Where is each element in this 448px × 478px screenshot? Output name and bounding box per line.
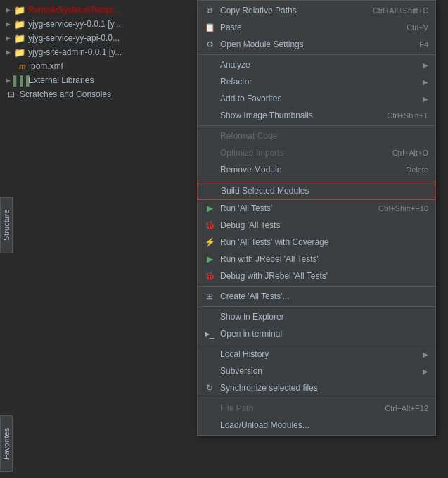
menu-item-file-path: File Path Ctrl+Alt+F12 [198, 400, 435, 417]
debug-icon: 🐞 [203, 219, 216, 232]
sidebar-item-label: yjyg-site-admin-0.0.1 [y... [28, 47, 122, 57]
menu-item-optimize-imports: Optimize Imports Ctrl+Alt+O [198, 144, 435, 161]
file-icon: m [17, 61, 28, 72]
menu-item-refactor[interactable]: Refactor ▶ [198, 73, 435, 90]
submenu-arrow-icon: ▶ [423, 367, 428, 375]
menu-item-run-with-coverage[interactable]: ⚡ Run 'All Tests' with Coverage [198, 234, 435, 251]
menu-item-show-in-explorer[interactable]: Show in Explorer [198, 308, 435, 325]
refactor-icon [203, 75, 216, 88]
folder-icon: 📁 [14, 46, 25, 58]
menu-item-add-to-favorites[interactable]: Add to Favorites ▶ [198, 90, 435, 107]
lib-icon: ▐▐▐ [14, 75, 25, 86]
menu-item-paste[interactable]: 📋 Paste Ctrl+V [198, 19, 435, 36]
menu-item-label: Build Selected Modules [221, 186, 428, 196]
sidebar-item-label: External Libraries [28, 75, 94, 85]
sidebar-item-label: pom.xml [31, 61, 63, 71]
submenu-arrow-icon: ▶ [423, 61, 428, 69]
menu-item-label: Debug with JRebel 'All Tests' [220, 271, 428, 281]
submenu-arrow-icon: ▶ [423, 351, 428, 358]
create-icon: ⊞ [203, 290, 216, 303]
menu-item-create-all-tests[interactable]: ⊞ Create 'All Tests'... [198, 288, 435, 305]
thumbnail-icon [203, 109, 216, 122]
favorites-icon [203, 92, 216, 105]
sidebar-item-label: RemoteSystemsTempr... [28, 5, 120, 15]
history-icon [203, 348, 216, 360]
menu-item-label: Add to Favorites [220, 94, 417, 103]
sidebar-item-yjyg-service-yy[interactable]: ▶ 📁 yjyg-service-yy-0.0.1 [y... [0, 17, 188, 31]
sidebar-item-remote-systems[interactable]: ▶ 📁 RemoteSystemsTempr... [0, 3, 188, 17]
reformat-icon [203, 130, 216, 142]
menu-item-label: Show in Explorer [220, 312, 428, 322]
menu-item-label: Run 'All Tests' [220, 203, 364, 213]
submenu-arrow-icon: ▶ [423, 95, 428, 103]
explorer-icon [203, 310, 216, 323]
menu-item-shortcut: Ctrl+Shift+T [387, 111, 428, 120]
side-tab-structure[interactable]: Structure [0, 197, 13, 253]
settings-icon: ⚙ [203, 38, 216, 51]
menu-item-run-all-tests[interactable]: ▶ Run 'All Tests' Ctrl+Shift+F10 [198, 200, 435, 217]
menu-item-label: Load/Unload Modules... [220, 420, 428, 430]
menu-item-shortcut: Ctrl+Shift+F10 [378, 204, 428, 213]
sidebar-item-pom-xml[interactable]: m pom.xml [0, 59, 188, 73]
sidebar-item-external-libraries[interactable]: ▶ ▐▐▐ External Libraries [0, 73, 188, 87]
menu-item-shortcut: Ctrl+V [407, 23, 428, 32]
menu-item-debug-all-tests[interactable]: 🐞 Debug 'All Tests' [198, 217, 435, 234]
arrow-icon: ▶ [6, 34, 13, 42]
menu-item-copy-relative-paths[interactable]: ⧉ Copy Relative Paths Ctrl+Alt+Shift+C [198, 2, 435, 19]
optimize-icon [203, 146, 216, 159]
menu-item-label: Run 'All Tests' with Coverage [220, 237, 428, 247]
context-menu: ⧉ Copy Relative Paths Ctrl+Alt+Shift+C 📋… [197, 0, 436, 436]
menu-item-build-selected-modules[interactable]: Build Selected Modules [198, 182, 435, 200]
remove-icon [203, 163, 216, 176]
copy-icon: ⧉ [203, 4, 216, 17]
build-icon [204, 184, 217, 197]
sidebar-item-yjyg-service-yy-api[interactable]: ▶ 📁 yjyg-service-yy-api-0.0... [0, 31, 188, 45]
menu-item-label: File Path [220, 403, 371, 413]
sidebar-item-label: yjyg-service-yy-api-0.0... [28, 33, 120, 43]
menu-divider [198, 286, 435, 287]
structure-tab-label: Structure [2, 210, 11, 241]
arrow-icon: ▶ [6, 6, 13, 13]
menu-item-label: Refactor [220, 77, 417, 87]
jrebel-run-icon: ▶ [203, 253, 216, 265]
sidebar: ▶ 📁 RemoteSystemsTempr... ▶ 📁 yjyg-servi… [0, 0, 188, 478]
submenu-arrow-icon: ▶ [423, 78, 428, 86]
menu-item-run-with-jrebel[interactable]: ▶ Run with JRebel 'All Tests' [198, 251, 435, 268]
menu-divider [198, 180, 435, 180]
menu-item-subversion[interactable]: Subversion ▶ [198, 363, 435, 379]
folder-icon: 📁 [14, 18, 25, 30]
analyze-icon [203, 58, 216, 71]
sidebar-item-scratches[interactable]: ⊡ Scratches and Consoles [0, 87, 188, 101]
menu-item-shortcut: Ctrl+Alt+Shift+C [373, 6, 428, 15]
menu-item-reformat-code: Reformat Code [198, 127, 435, 144]
run-icon: ▶ [203, 202, 216, 215]
menu-item-synchronize-selected-files[interactable]: ↻ Synchronize selected files [198, 379, 435, 396]
jrebel-debug-icon: 🐞 [203, 270, 216, 282]
menu-item-shortcut: Delete [406, 165, 428, 174]
subversion-icon [203, 365, 216, 377]
menu-item-label: Synchronize selected files [220, 383, 428, 393]
scratch-icon: ⊡ [6, 89, 17, 100]
menu-item-label: Subversion [220, 366, 417, 376]
menu-divider [198, 125, 435, 126]
menu-item-analyze[interactable]: Analyze ▶ [198, 56, 435, 73]
menu-item-label: Reformat Code [220, 131, 428, 141]
side-tab-favorites[interactable]: Favorites [0, 415, 13, 472]
menu-item-shortcut: Ctrl+Alt+O [392, 149, 428, 157]
sidebar-item-yjyg-site-admin[interactable]: ▶ 📁 yjyg-site-admin-0.0.1 [y... [0, 45, 188, 59]
menu-item-load-unload-modules[interactable]: Load/Unload Modules... [198, 417, 435, 434]
menu-item-debug-with-jrebel[interactable]: 🐞 Debug with JRebel 'All Tests' [198, 268, 435, 284]
menu-item-local-history[interactable]: Local History ▶ [198, 346, 435, 363]
menu-item-label: Paste [220, 23, 392, 32]
menu-item-label: Run with JRebel 'All Tests' [220, 254, 428, 264]
menu-item-label: Open Module Settings [220, 39, 405, 49]
menu-item-open-in-terminal[interactable]: ▸_ Open in terminal [198, 325, 435, 342]
menu-item-label: Local History [220, 349, 417, 359]
menu-item-label: Analyze [220, 60, 417, 70]
menu-item-show-image-thumbnails[interactable]: Show Image Thumbnails Ctrl+Shift+T [198, 107, 435, 124]
menu-item-remove-module[interactable]: Remove Module Delete [198, 161, 435, 178]
menu-item-label: Remove Module [220, 165, 392, 175]
menu-item-open-module-settings[interactable]: ⚙ Open Module Settings F4 [198, 36, 435, 53]
filepath-icon [203, 402, 216, 415]
sidebar-item-label: yjyg-service-yy-0.0.1 [y... [28, 19, 121, 29]
